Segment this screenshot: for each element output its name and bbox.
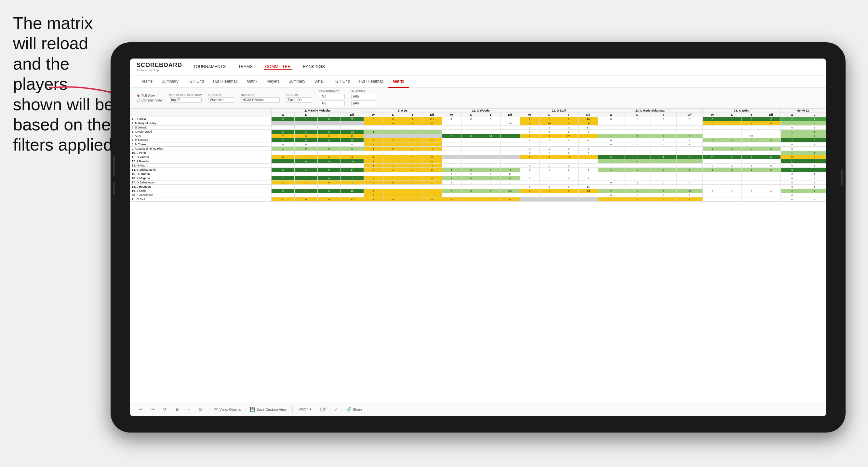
redo-button[interactable]: ↪	[149, 406, 157, 413]
matrix-cell	[480, 130, 500, 134]
matrix-cell: 1	[598, 197, 624, 201]
sub-t: T	[317, 113, 341, 117]
zoom-in-button[interactable]: ⊕	[173, 406, 182, 413]
settings-button[interactable]: ⊙	[196, 406, 205, 413]
col-header-dy: 6. A Dy	[364, 108, 442, 113]
compact-view-radio[interactable]	[136, 98, 140, 102]
matrix-cell: 1	[364, 163, 383, 168]
matrix-cell: 0	[294, 143, 317, 147]
matrix-cell: 1	[803, 172, 826, 176]
matrix-cell: 0	[461, 176, 480, 181]
matrix-cell: 14	[341, 168, 364, 172]
matrix-cell: 4	[422, 159, 442, 163]
division-select[interactable]: NCAA Division II NCAA Division I NCAA Di…	[241, 97, 280, 103]
tab-h2h-heatmap-2[interactable]: H2H Heatmap	[354, 75, 388, 88]
compact-view-label: Compact View	[142, 98, 162, 102]
share-button[interactable]: 🔗 Share	[344, 406, 365, 413]
matrix-cell	[598, 147, 624, 151]
full-view-label: Full View	[142, 94, 154, 98]
matrix-cell	[677, 151, 703, 155]
division-filter: Division NCAA Division II NCAA Division …	[241, 93, 280, 103]
tab-h2h-grid-2[interactable]: H2H Grid	[329, 75, 354, 88]
matrix-cell: 1	[803, 163, 826, 168]
matrix-cell	[742, 130, 761, 134]
col-header-stoll: 21. O Stoll	[520, 108, 598, 113]
tablet-screen: SCOREBOARD Powered by clippd TOURNAMENTS…	[130, 59, 826, 416]
full-view-option[interactable]: Full View	[136, 94, 162, 98]
settings-icon: ⊙	[198, 407, 202, 412]
expand-button[interactable]: ⤢	[332, 406, 341, 413]
matrix-cell: 0	[761, 155, 781, 159]
matrix-cell: 1	[650, 134, 677, 138]
full-view-radio[interactable]	[136, 94, 140, 97]
matrix-cell	[703, 130, 722, 134]
matrix-cell: 0	[539, 134, 559, 138]
region-select[interactable]: East - DII West - DII	[286, 97, 312, 103]
circle-button[interactable]: ◯▾	[317, 406, 329, 413]
zoom-out-button[interactable]: −	[185, 406, 192, 413]
matrix-cell	[650, 172, 677, 176]
tab-teams[interactable]: Teams	[136, 75, 157, 88]
conference-select-1[interactable]: (All)	[319, 94, 345, 99]
matrix-cell	[383, 172, 403, 176]
matrix-cell	[500, 151, 520, 155]
tab-matrix-2[interactable]: Matrix	[388, 75, 409, 88]
nav-tournaments[interactable]: TOURNAMENTS	[192, 64, 227, 70]
compact-view-option[interactable]: Compact View	[136, 98, 162, 102]
matrix-cell	[422, 189, 442, 193]
nav-rankings[interactable]: RANKINGS	[302, 64, 326, 70]
matrix-cell: 4	[442, 189, 461, 193]
tab-summary-2[interactable]: Summary	[284, 75, 310, 88]
matrix-cell	[364, 126, 383, 130]
nav-teams[interactable]: TEAMS	[237, 64, 254, 70]
tab-players[interactable]: Players	[262, 75, 284, 88]
matrix-cell: 7	[403, 121, 422, 126]
matrix-cell: 0	[559, 168, 579, 172]
matrix-cell: 1	[624, 193, 650, 197]
matrix-cell	[480, 151, 500, 155]
matrix-cell	[480, 185, 500, 189]
tab-summary-1[interactable]: Summary	[157, 75, 183, 88]
matrix-cell	[500, 163, 520, 168]
undo-button[interactable]: ↩	[136, 406, 145, 413]
matrix-cell: 0	[403, 176, 422, 181]
tab-detail[interactable]: Detail	[310, 75, 329, 88]
matrix-cell: 0	[650, 189, 677, 193]
matrix-cell	[403, 189, 422, 193]
matrix-cell: 0	[317, 155, 341, 159]
matrix-cell: 0	[317, 197, 341, 201]
conference-select-2[interactable]: (All)	[319, 100, 345, 106]
matrix-cell: 0	[461, 189, 480, 193]
matrix-cell: 1	[383, 176, 403, 181]
sub-l: L	[624, 113, 650, 117]
matrix-cell: 0	[383, 181, 403, 185]
matrix-cell: 0	[559, 147, 579, 151]
main-content[interactable]: 2. M Kelly Mulcahy 6. A Dy 11. G Woods 2…	[130, 108, 826, 402]
save-custom-button[interactable]: 💾 Save Custom View	[247, 406, 289, 413]
tab-matrix-1[interactable]: Matrix	[242, 75, 262, 88]
matrix-cell	[579, 193, 598, 197]
matrix-cell: 2	[364, 138, 383, 143]
matrix-cell	[500, 147, 520, 151]
matrix-cell	[559, 172, 579, 176]
share-icon: 🔗	[346, 407, 351, 412]
matrix-cell	[722, 197, 742, 201]
players-select-1[interactable]: (All)	[351, 94, 377, 99]
matrix-cell	[422, 185, 442, 189]
tab-h2h-grid-1[interactable]: H2H Grid	[183, 75, 209, 88]
tab-h2h-heatmap-1[interactable]: H2H Heatmap	[209, 75, 242, 88]
nav-committee[interactable]: COMMITTEE	[264, 64, 292, 70]
matrix-cell	[579, 181, 598, 185]
sub-w: W	[598, 113, 624, 117]
refresh-button[interactable]: ⟳	[161, 406, 169, 413]
watch-button[interactable]: Watch ▾	[296, 406, 314, 413]
max-players-select[interactable]: Top 25 Top 10 Top 50	[169, 97, 202, 103]
players-select-2[interactable]: (All)	[351, 100, 377, 106]
matrix-cell: 0	[294, 197, 317, 201]
gender-select[interactable]: Women's Men's	[208, 97, 234, 103]
undo-icon: ↩	[139, 407, 143, 412]
view-original-button[interactable]: 👁 View: Original	[211, 406, 244, 413]
matrix-cell: 1	[520, 117, 539, 121]
matrix-cell: 3	[803, 138, 826, 143]
matrix-cell	[650, 130, 677, 134]
